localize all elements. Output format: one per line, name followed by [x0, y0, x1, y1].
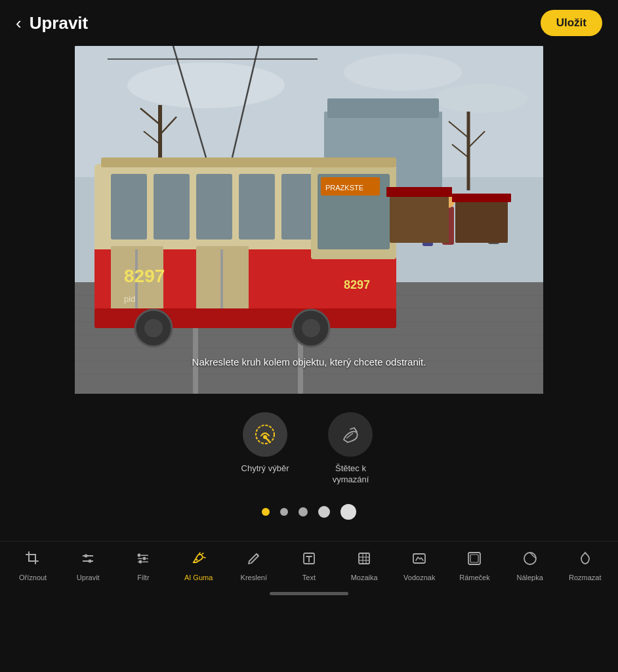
- svg-rect-77: [138, 558, 142, 559]
- nav-rozmazat[interactable]: Rozmazat: [563, 551, 608, 581]
- nav-mozaika[interactable]: Mozaika: [342, 551, 386, 581]
- tool-chytry-vyber-label: Chytrý výběr: [241, 463, 289, 474]
- nav-nalepka-label: Nálepka: [516, 574, 543, 581]
- bottom-nav: Oříznout Upravit Filtr: [0, 541, 618, 588]
- svg-rect-28: [154, 174, 190, 240]
- nav-vodoznak[interactable]: Vodoznak: [397, 551, 442, 581]
- adjust-icon: [80, 551, 96, 570]
- svg-point-3: [344, 54, 462, 91]
- svg-rect-27: [111, 174, 147, 240]
- dots-row: [262, 504, 356, 520]
- nav-filtr-label: Filtr: [137, 574, 149, 581]
- image-container: 8297 pid 8297: [0, 46, 618, 394]
- svg-point-2: [127, 62, 285, 108]
- svg-point-72: [89, 559, 92, 562]
- blur-icon: [577, 551, 593, 570]
- dot-3[interactable]: [299, 507, 308, 516]
- nav-oriznout-label: Oříznout: [19, 574, 47, 581]
- back-button[interactable]: ‹: [16, 14, 22, 32]
- svg-point-73: [138, 553, 141, 556]
- svg-rect-61: [386, 187, 452, 197]
- nav-kresleni[interactable]: Kreslení: [232, 551, 276, 581]
- nav-ai-guma[interactable]: AI Guma: [176, 551, 221, 581]
- tool-stetec-vymazani-icon-bg: [328, 412, 373, 457]
- frame-icon: [466, 551, 482, 570]
- nav-nalepka[interactable]: Nálepka: [508, 551, 552, 581]
- svg-rect-80: [142, 561, 148, 562]
- nav-kresleni-label: Kreslení: [241, 574, 267, 581]
- ai-guma-icon: [191, 551, 207, 570]
- page-title: Upravit: [30, 13, 89, 33]
- mosaic-icon: [356, 551, 372, 570]
- crop-icon: [25, 551, 41, 570]
- tool-stetec-vymazani-label: Štětec k vymazání: [324, 463, 377, 486]
- svg-point-57: [144, 319, 163, 337]
- dot-4[interactable]: [318, 506, 330, 518]
- svg-point-66: [256, 425, 274, 444]
- svg-rect-60: [390, 190, 449, 243]
- svg-rect-6: [327, 98, 439, 118]
- nav-ramecek[interactable]: Rámeček: [452, 551, 497, 581]
- text-icon: [301, 551, 317, 570]
- tool-icons-row: Chytrý výběr Štětec k vymazání: [241, 412, 377, 486]
- svg-rect-62: [455, 197, 508, 243]
- svg-point-59: [302, 319, 320, 337]
- tool-panel: Chytrý výběr Štětec k vymazání: [0, 394, 618, 541]
- nav-filtr[interactable]: Filtr: [121, 551, 165, 581]
- svg-rect-93: [470, 555, 478, 562]
- svg-line-82: [257, 554, 258, 556]
- header-left: ‹ Upravit: [16, 13, 88, 33]
- svg-point-75: [139, 560, 142, 563]
- home-indicator: [270, 592, 348, 595]
- dot-5[interactable]: [340, 504, 356, 520]
- svg-rect-30: [239, 174, 275, 240]
- svg-rect-78: [146, 558, 148, 559]
- svg-rect-76: [141, 555, 148, 556]
- photo-frame[interactable]: 8297 pid 8297: [75, 46, 543, 394]
- nav-rozmazat-label: Rozmazat: [569, 574, 602, 581]
- svg-text:8297: 8297: [124, 266, 165, 286]
- tool-chytry-vyber-icon-bg: [243, 412, 287, 457]
- tool-chytry-vyber[interactable]: Chytrý výběr: [241, 412, 289, 474]
- nav-oriznout[interactable]: Oříznout: [10, 551, 55, 581]
- svg-point-70: [85, 554, 88, 557]
- image-hint: Nakreslete kruh kolem objektu, který chc…: [192, 356, 426, 368]
- save-button[interactable]: Uložit: [541, 10, 602, 36]
- nav-upravit-label: Upravit: [77, 574, 100, 581]
- nav-vodoznak-label: Vodoznak: [403, 574, 435, 581]
- svg-point-74: [143, 556, 146, 560]
- svg-point-4: [436, 84, 527, 113]
- svg-rect-29: [196, 174, 232, 240]
- nav-text-label: Text: [302, 574, 316, 581]
- nav-upravit[interactable]: Upravit: [66, 551, 110, 581]
- svg-rect-63: [452, 194, 511, 202]
- nav-ramecek-label: Rámeček: [459, 574, 489, 581]
- svg-point-94: [524, 553, 536, 564]
- header: ‹ Upravit Uložit: [0, 0, 618, 46]
- watermark-icon: [411, 551, 427, 570]
- nav-text[interactable]: Text: [287, 551, 331, 581]
- filter-icon: [135, 551, 151, 570]
- pencil-icon: [246, 551, 262, 570]
- nav-ai-guma-label: AI Guma: [184, 574, 213, 581]
- svg-text:PRAZKSTE: PRAZKSTE: [325, 184, 363, 192]
- svg-rect-41: [101, 158, 396, 167]
- nav-mozaika-label: Mozaika: [351, 574, 378, 581]
- tool-stetec-vymazani[interactable]: Štětec k vymazání: [324, 412, 377, 486]
- dot-1[interactable]: [262, 508, 270, 516]
- svg-rect-86: [359, 553, 369, 564]
- svg-rect-79: [138, 561, 139, 562]
- svg-text:pid: pid: [124, 294, 135, 304]
- svg-point-81: [196, 558, 197, 560]
- svg-text:8297: 8297: [344, 278, 370, 291]
- dot-2[interactable]: [280, 508, 288, 516]
- svg-rect-37: [220, 249, 223, 312]
- sticker-icon: [522, 551, 538, 570]
